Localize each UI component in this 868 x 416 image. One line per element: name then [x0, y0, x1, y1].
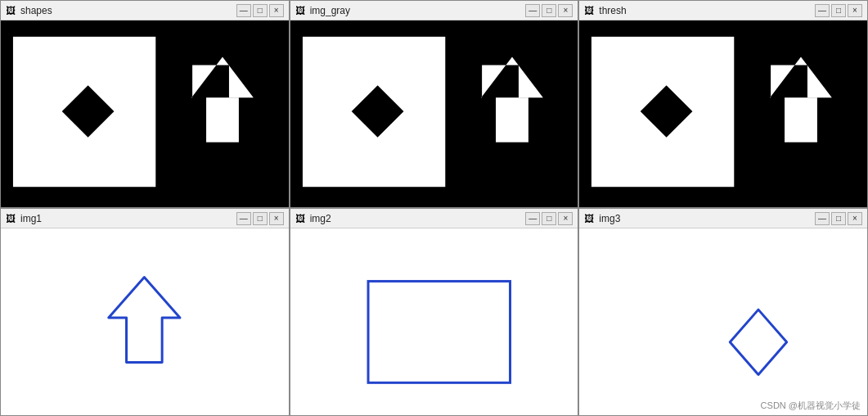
window-icon-img1: 🖼 [6, 213, 17, 224]
maximize-btn-img1[interactable]: □ [253, 212, 268, 225]
close-btn-img2[interactable]: × [558, 212, 573, 225]
maximize-btn-img-gray[interactable]: □ [542, 4, 556, 17]
svg-rect-13 [368, 281, 510, 382]
maximize-btn-thresh[interactable]: □ [831, 4, 846, 17]
window-icon-img3: 🖼 [584, 213, 596, 224]
svg-marker-2 [191, 57, 254, 98]
svg-rect-7 [496, 97, 528, 142]
maximize-btn-img3[interactable]: □ [831, 212, 846, 225]
minimize-btn-img-gray[interactable]: — [525, 4, 540, 17]
minimize-btn-thresh[interactable]: — [815, 4, 830, 17]
close-btn-thresh[interactable]: × [848, 4, 862, 17]
window-thresh: 🖼 thresh — □ × [578, 0, 868, 208]
content-img1 [1, 228, 289, 415]
titlebar-img2[interactable]: 🖼 img2 — □ × [290, 209, 578, 228]
title-thresh: thresh [599, 5, 812, 16]
content-img3: CSDN @机器视觉小学徒 [579, 228, 867, 415]
titlebar-img3[interactable]: 🖼 img3 — □ × [579, 209, 867, 228]
content-shapes [1, 20, 289, 207]
titlebar-shapes[interactable]: 🖼 shapes — □ × [1, 1, 289, 20]
svg-rect-11 [785, 97, 817, 142]
close-btn-img-gray[interactable]: × [558, 4, 573, 17]
title-img-gray: img_gray [310, 5, 523, 16]
title-img1: img1 [20, 213, 233, 224]
svg-marker-10 [770, 57, 832, 98]
window-icon-shapes: 🖼 [6, 5, 17, 16]
svg-rect-3 [206, 97, 239, 142]
titlebar-thresh[interactable]: 🖼 thresh — □ × [579, 1, 867, 20]
svg-marker-12 [109, 277, 180, 362]
content-img-gray [290, 20, 578, 207]
close-btn-img1[interactable]: × [269, 212, 284, 225]
minimize-btn-img2[interactable]: — [525, 212, 540, 225]
close-btn-shapes[interactable]: × [269, 4, 284, 17]
close-btn-img3[interactable]: × [848, 212, 862, 225]
title-img2: img2 [310, 213, 523, 224]
title-shapes: shapes [20, 5, 233, 16]
minimize-btn-img1[interactable]: — [236, 212, 251, 225]
maximize-btn-shapes[interactable]: □ [253, 4, 268, 17]
maximize-btn-img2[interactable]: □ [542, 212, 556, 225]
svg-marker-6 [481, 57, 543, 98]
window-img2: 🖼 img2 — □ × [290, 208, 579, 416]
minimize-btn-shapes[interactable]: — [236, 4, 251, 17]
window-img3: 🖼 img3 — □ × CSDN @机器视觉小学徒 [578, 208, 868, 416]
content-img2 [290, 228, 578, 415]
window-icon-thresh: 🖼 [584, 5, 596, 16]
title-img3: img3 [599, 213, 812, 224]
minimize-btn-img3[interactable]: — [815, 212, 830, 225]
window-shapes: 🖼 shapes — □ × [0, 0, 290, 208]
watermark: CSDN @机器视觉小学徒 [761, 400, 861, 412]
titlebar-img-gray[interactable]: 🖼 img_gray — □ × [290, 1, 578, 20]
window-icon-img-gray: 🖼 [295, 5, 307, 16]
window-img1: 🖼 img1 — □ × [0, 208, 290, 416]
titlebar-img1[interactable]: 🖼 img1 — □ × [1, 209, 289, 228]
content-thresh [579, 20, 867, 207]
window-img-gray: 🖼 img_gray — □ × [290, 0, 579, 208]
window-icon-img2: 🖼 [295, 213, 307, 224]
svg-marker-14 [731, 310, 787, 374]
